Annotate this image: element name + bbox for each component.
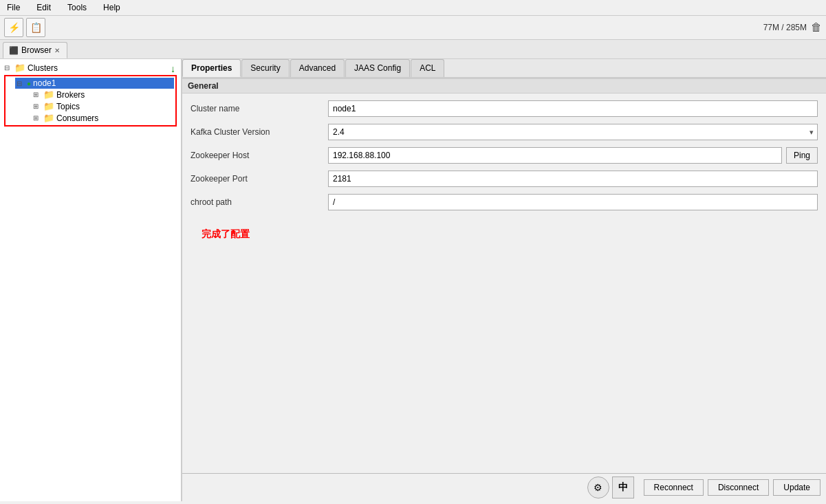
menu-help[interactable]: Help (99, 1, 124, 14)
tree-item-consumers[interactable]: ⊞ 📁 Consumers (32, 112, 174, 124)
trash-icon[interactable]: 🗑 (811, 21, 822, 34)
clusters-folder-icon: 📁 (14, 63, 25, 73)
tab-browser[interactable]: ⬛ Browser ✕ (3, 42, 67, 58)
cluster-name-input[interactable] (328, 100, 818, 117)
zk-port-label: Zookeeper Port (191, 174, 328, 184)
zk-port-input[interactable] (328, 171, 818, 187)
ping-button[interactable]: Ping (786, 147, 818, 164)
chroot-path-input[interactable] (328, 194, 818, 210)
zk-host-value: Ping (328, 147, 818, 164)
consumers-expander[interactable]: ⊞ (33, 114, 41, 122)
cluster-name-value (328, 100, 818, 117)
bottom-bar: ⚙ 中 Reconnect Disconnect Update (182, 473, 826, 501)
node1-expander[interactable]: ⊟ (17, 80, 25, 87)
inner-tab-security[interactable]: Security (241, 59, 289, 77)
tree-refresh-icon[interactable]: ↓ (171, 63, 175, 74)
cluster-name-label: Cluster name (191, 104, 328, 113)
tab-browser-label: Browser (21, 45, 52, 55)
menubar: File Edit Tools Help (0, 0, 826, 16)
clusters-label: Clusters (28, 63, 58, 73)
chroot-path-label: chroot path (191, 197, 328, 207)
kafka-version-value: 2.4 2.3 2.2 2.1 (328, 124, 818, 140)
brokers-label: Brokers (56, 90, 85, 100)
status-message: 完成了配置 (191, 217, 818, 252)
inner-tab-advanced[interactable]: Advanced (290, 59, 345, 77)
kafka-version-select-wrapper: 2.4 2.3 2.2 2.1 (328, 124, 818, 140)
inner-tab-acl[interactable]: ACL (411, 59, 444, 77)
zk-port-value (328, 171, 818, 187)
main-layout: ↓ ⊟ 📁 Clusters ⊟ ● node1 (0, 59, 826, 501)
inner-tab-properties[interactable]: Properties (182, 59, 241, 77)
brokers-expander[interactable]: ⊞ (33, 91, 41, 98)
form-row-cluster-name: Cluster name (191, 100, 818, 117)
clusters-expander[interactable]: ⊟ (4, 64, 12, 72)
tab-browser-close[interactable]: ✕ (54, 47, 60, 54)
content-area: General Cluster name Kafka Cluster Versi… (182, 78, 826, 473)
consumers-folder-icon: 📁 (43, 113, 54, 123)
tree-item-node1[interactable]: ⊟ ● node1 (15, 78, 174, 89)
general-section-header: General (182, 78, 826, 94)
form-row-kafka-version: Kafka Cluster Version 2.4 2.3 2.2 2.1 (191, 124, 818, 140)
tree-item-topics[interactable]: ⊞ 📁 Topics (32, 100, 174, 112)
kafka-version-label: Kafka Cluster Version (191, 127, 328, 137)
zk-host-input[interactable] (328, 147, 782, 164)
inner-tabbar: Properties Security Advanced JAAS Config… (182, 59, 826, 78)
right-panel: Properties Security Advanced JAAS Config… (182, 59, 826, 501)
zk-host-label: Zookeeper Host (191, 151, 328, 160)
chroot-path-value (328, 194, 818, 210)
tree-item-clusters[interactable]: ⊟ 📁 Clusters (3, 62, 178, 74)
bottom-icons: ⚙ 中 (587, 476, 634, 498)
form-row-zk-host: Zookeeper Host Ping (191, 147, 818, 164)
tree-panel: ↓ ⊟ 📁 Clusters ⊟ ● node1 (0, 59, 182, 501)
consumers-label: Consumers (56, 113, 98, 123)
tab-browser-icon: ⬛ (9, 46, 19, 55)
reconnect-button[interactable]: Reconnect (644, 479, 704, 496)
toolbar: ⚡ 📋 77M / 285M 🗑 (0, 16, 826, 40)
tree-item-brokers[interactable]: ⊞ 📁 Brokers (32, 89, 174, 100)
topics-folder-icon: 📁 (43, 101, 54, 111)
memory-label: 77M / 285M (763, 23, 807, 32)
memory-info: 77M / 285M 🗑 (763, 21, 822, 34)
menu-edit[interactable]: Edit (32, 1, 55, 14)
brokers-folder-icon: 📁 (43, 89, 54, 100)
toolbar-btn2[interactable]: 📋 (26, 18, 45, 37)
form-row-zk-port: Zookeeper Port (191, 171, 818, 187)
kafka-version-select[interactable]: 2.4 2.3 2.2 2.1 (328, 124, 818, 140)
menu-file[interactable]: File (3, 1, 24, 14)
settings-icon[interactable]: ⚙ (587, 476, 609, 498)
topics-label: Topics (56, 102, 80, 111)
form-row-chroot-path: chroot path (191, 194, 818, 210)
update-button[interactable]: Update (773, 479, 820, 496)
toolbar-btn1[interactable]: ⚡ (4, 18, 23, 37)
inner-tab-jaas-config[interactable]: JAAS Config (345, 59, 410, 77)
topics-expander[interactable]: ⊞ (33, 102, 41, 110)
menu-tools[interactable]: Tools (63, 1, 91, 14)
node1-label: node1 (33, 78, 56, 88)
language-icon[interactable]: 中 (612, 476, 634, 498)
node1-status-icon: ● (27, 80, 31, 87)
general-form: Cluster name Kafka Cluster Version 2.4 2… (182, 94, 826, 259)
red-outline-box: ⊟ ● node1 ⊞ 📁 Brokers ⊞ (4, 75, 177, 127)
tabbar: ⬛ Browser ✕ (0, 40, 826, 59)
disconnect-button[interactable]: Disconnect (708, 479, 769, 496)
